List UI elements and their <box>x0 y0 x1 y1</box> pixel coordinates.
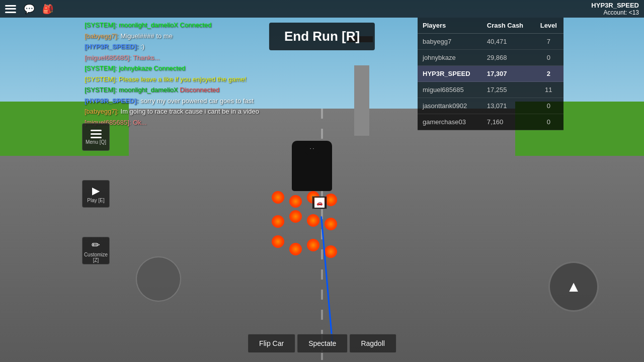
player-name-cell: miguel685685 <box>418 82 482 98</box>
hamburger-icon[interactable] <box>5 5 16 13</box>
flame-1 <box>272 191 284 204</box>
table-row: miguel68568517,25511 <box>418 82 564 98</box>
account-label: Account: <13 <box>591 9 639 16</box>
menu-label: Menu [Q] <box>86 139 106 145</box>
chat-msg-4: [miguel685685]: Thanks... <box>85 53 401 63</box>
flame-8 <box>325 218 337 230</box>
vehicle-icon: 🚗 <box>314 198 325 208</box>
chat-msg-6: [SYSTEM]: Please leave a like if you enj… <box>85 74 401 84</box>
crash-cash-cell: 17,307 <box>482 66 534 82</box>
joystick-right-pad[interactable]: ▲ <box>548 261 599 312</box>
chat-msg-8: [HYP3R_SPEED]: sorry my over powered car… <box>85 96 401 106</box>
joystick-left-pad[interactable] <box>136 256 181 302</box>
flame-7 <box>307 214 319 227</box>
chat-msg-5: [SYSTEM]: johnybkaze Connected <box>85 63 401 73</box>
play-icon: ▶ <box>92 185 100 197</box>
player-name-cell: johnybkaze <box>418 50 482 66</box>
customize-sublabel: [Z] <box>93 257 99 263</box>
bag-icon[interactable]: 🎒 <box>42 4 53 15</box>
col-players: Players <box>418 18 482 34</box>
customize-button[interactable]: ✏ Customize [Z] <box>82 237 110 264</box>
level-cell: 0 <box>534 98 564 114</box>
table-row: jasonttank090213,0710 <box>418 98 564 114</box>
table-row: johnybkaze29,8680 <box>418 50 564 66</box>
username: HYP3R_SPEED <box>591 2 639 9</box>
top-bar-icons: 💬 🎒 <box>5 4 53 15</box>
level-cell: 0 <box>534 114 564 130</box>
vehicle-label: 🚗 <box>312 196 327 209</box>
spectate-button[interactable]: Spectate <box>297 334 348 353</box>
player-name-cell: babyegg7 <box>418 34 482 50</box>
crash-cash-cell: 17,255 <box>482 82 534 98</box>
level-cell: 2 <box>534 66 564 82</box>
bottom-actions: Flip Car Spectate Ragdoll <box>248 334 396 353</box>
flip-car-button[interactable]: Flip Car <box>248 334 295 353</box>
chat-msg-10: [miguel685685]: Ok... <box>85 118 401 128</box>
joystick-left[interactable] <box>136 256 181 302</box>
top-bar: 💬 🎒 HYP3R_SPEED Account: <13 <box>0 0 644 18</box>
flame-10 <box>289 243 302 255</box>
end-run-button[interactable]: End Run [R] <box>269 23 375 50</box>
flame-2 <box>289 195 302 208</box>
customize-label: Customize <box>84 252 108 257</box>
menu-icon <box>91 130 102 138</box>
player-name-cell: jasonttank0902 <box>418 98 482 114</box>
flame-12 <box>325 245 337 258</box>
flame-9 <box>272 235 284 248</box>
menu-button[interactable]: Menu [Q] <box>82 123 110 151</box>
table-row: babyegg740,4717 <box>418 34 564 50</box>
customize-icon: ✏ <box>92 239 100 251</box>
crash-cash-cell: 40,471 <box>482 34 534 50</box>
table-row: gamerchase037,1600 <box>418 114 564 130</box>
sidebar-left: Menu [Q] ▶ Play [E] ✏ Customize [Z] <box>82 123 110 266</box>
table-row: HYP3R_SPEED17,3072 <box>418 66 564 82</box>
ragdoll-button[interactable]: Ragdoll <box>349 334 396 353</box>
level-cell: 11 <box>534 82 564 98</box>
flames <box>272 191 340 258</box>
play-button[interactable]: ▶ Play [E] <box>82 180 110 208</box>
character-body <box>292 141 332 191</box>
col-crash-cash: Crash Cash <box>482 18 534 34</box>
level-cell: 0 <box>534 50 564 66</box>
flame-11 <box>307 239 319 251</box>
crash-cash-cell: 13,071 <box>482 98 534 114</box>
flame-5 <box>272 215 284 228</box>
player-name-cell: gamerchase03 <box>418 114 482 130</box>
play-label: Play [E] <box>87 198 104 203</box>
crash-cash-cell: 7,160 <box>482 114 534 130</box>
chat-msg-9: [babyegg7]: Im going to race track cause… <box>85 107 401 117</box>
crash-cash-cell: 29,868 <box>482 50 534 66</box>
joystick-right[interactable]: ▲ <box>548 261 599 312</box>
chat-icon[interactable]: 💬 <box>24 4 35 15</box>
player-name-cell: HYP3R_SPEED <box>418 66 482 82</box>
player-character <box>292 141 332 191</box>
level-cell: 7 <box>534 34 564 50</box>
players-table: Players Crash Cash Level babyegg740,4717… <box>418 18 564 130</box>
col-level: Level <box>534 18 564 34</box>
account-info: HYP3R_SPEED Account: <13 <box>591 2 639 16</box>
chat-msg-7: [SYSTEM]: moonlight_damelioX Disconnecte… <box>85 85 401 95</box>
flame-6 <box>289 210 302 223</box>
joystick-up-arrow: ▲ <box>566 278 581 295</box>
